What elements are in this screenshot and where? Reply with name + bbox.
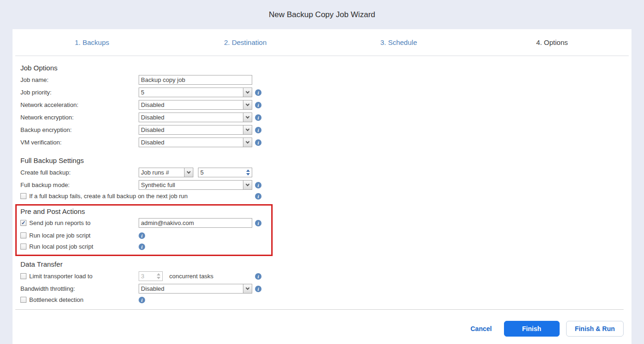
chevron-down-icon: [243, 138, 252, 147]
pre-script-row: Run local pre job script: [20, 232, 271, 239]
network-encryption-select[interactable]: Disabled: [139, 113, 252, 122]
full-backup-mode-row: Full backup mode: Synthetic full: [20, 180, 624, 190]
tab-backups[interactable]: 1. Backups: [15, 29, 169, 56]
job-name-row: Job name:: [20, 75, 624, 85]
backup-encryption-label: Backup encryption:: [20, 126, 139, 133]
bandwidth-throttling-select[interactable]: Disabled: [139, 284, 252, 294]
backup-encryption-select[interactable]: Disabled: [139, 125, 252, 135]
create-full-backup-row: Create full backup: Job runs # 5: [20, 168, 624, 177]
bandwidth-throttling-value: Disabled: [139, 285, 243, 292]
backup-encryption-value: Disabled: [139, 126, 243, 133]
job-options-heading: Job Options: [20, 64, 624, 72]
chevron-down-icon: [243, 181, 252, 189]
bandwidth-throttling-row: Bandwidth throttling: Disabled: [20, 284, 624, 294]
network-encryption-value: Disabled: [139, 114, 243, 121]
wizard-card: 1. Backups 2. Destination 3. Schedule 4.…: [13, 29, 631, 344]
job-priority-row: Job priority: 5: [20, 88, 624, 97]
create-full-backup-mode-select[interactable]: Job runs #: [139, 168, 193, 177]
bandwidth-throttling-label: Bandwidth throttling:: [20, 285, 139, 292]
bottleneck-detection-checkbox[interactable]: [20, 297, 26, 303]
vm-verification-select[interactable]: Disabled: [139, 138, 252, 147]
job-priority-select[interactable]: 5: [139, 88, 252, 97]
vm-verification-row: VM verification: Disabled: [20, 138, 624, 147]
info-icon[interactable]: [255, 102, 261, 108]
send-reports-row: Send job run reports to: [20, 218, 271, 228]
full-backup-count-spinner[interactable]: 5: [198, 168, 252, 177]
job-name-input[interactable]: [139, 75, 252, 85]
finish-and-run-button[interactable]: Finish & Run: [566, 321, 624, 337]
arrow-down-icon: [157, 277, 160, 279]
info-icon[interactable]: [139, 232, 145, 239]
wizard-steps: 1. Backups 2. Destination 3. Schedule 4.…: [15, 29, 629, 56]
network-acceleration-row: Network acceleration: Disabled: [20, 100, 624, 110]
chevron-down-icon: [243, 113, 252, 122]
info-icon[interactable]: [255, 220, 261, 226]
info-icon[interactable]: [255, 127, 261, 133]
up-down-arrow-icons[interactable]: [244, 168, 252, 177]
info-icon[interactable]: [255, 114, 261, 121]
send-reports-label: Send job run reports to: [29, 219, 90, 226]
info-icon[interactable]: [255, 89, 261, 96]
post-script-checkbox[interactable]: [20, 244, 26, 250]
limit-transporter-row: Limit transporter load to 3 concurrent t…: [20, 271, 624, 281]
cancel-button[interactable]: Cancel: [471, 325, 492, 332]
job-name-label: Job name:: [20, 76, 139, 83]
concurrent-tasks-suffix: concurrent tasks: [169, 273, 213, 280]
full-backup-mode-value: Synthetic full: [139, 181, 243, 188]
limit-transporter-checkbox[interactable]: [20, 273, 26, 279]
arrow-up-icon: [157, 273, 160, 275]
report-email-input[interactable]: [139, 218, 252, 228]
chevron-down-icon: [243, 284, 252, 293]
up-down-arrow-icons: [155, 272, 162, 281]
footer: Cancel Finish Finish & Run: [20, 310, 624, 337]
data-transfer-heading: Data Transfer: [20, 260, 624, 268]
options-form: Job Options Job name: Job priority: 5 Ne…: [13, 64, 631, 337]
chevron-down-icon: [184, 168, 193, 177]
chevron-down-icon: [243, 125, 252, 134]
network-encryption-row: Network encryption: Disabled: [20, 113, 624, 122]
full-backup-mode-select[interactable]: Synthetic full: [139, 180, 252, 190]
network-acceleration-select[interactable]: Disabled: [139, 100, 252, 110]
info-icon[interactable]: [255, 273, 261, 280]
network-encryption-label: Network encryption:: [20, 114, 139, 121]
pre-post-actions-highlight: Pre and Post Actions Send job run report…: [15, 204, 273, 256]
job-priority-label: Job priority:: [20, 89, 139, 96]
tab-options[interactable]: 4. Options: [475, 29, 629, 56]
full-backup-retry-checkbox[interactable]: [20, 193, 26, 199]
arrow-up-icon[interactable]: [246, 169, 250, 172]
tab-destination[interactable]: 2. Destination: [169, 29, 322, 56]
concurrent-tasks-value: 3: [139, 273, 155, 280]
job-priority-value: 5: [139, 89, 243, 96]
concurrent-tasks-spinner: 3: [139, 271, 163, 281]
create-full-backup-mode-value: Job runs #: [139, 169, 184, 176]
network-acceleration-value: Disabled: [139, 101, 243, 108]
full-backup-retry-row: If a full backup fails, create a full ba…: [20, 193, 624, 200]
vm-verification-label: VM verification:: [20, 139, 139, 146]
finish-button[interactable]: Finish: [504, 321, 560, 337]
pre-script-label: Run local pre job script: [29, 232, 90, 239]
pre-script-checkbox[interactable]: [20, 232, 26, 238]
create-full-backup-label: Create full backup:: [20, 169, 139, 176]
info-icon[interactable]: [139, 244, 145, 250]
info-icon[interactable]: [255, 182, 261, 188]
full-backup-retry-label: If a full backup fails, create a full ba…: [29, 193, 188, 200]
chevron-down-icon: [243, 100, 252, 109]
full-backup-count-value: 5: [198, 169, 244, 176]
arrow-down-icon[interactable]: [246, 173, 250, 175]
bottleneck-detection-row: Bottleneck detection: [20, 296, 624, 303]
bottleneck-detection-label: Bottleneck detection: [29, 296, 83, 303]
tab-schedule[interactable]: 3. Schedule: [322, 29, 476, 56]
info-icon[interactable]: [255, 193, 261, 200]
info-icon[interactable]: [139, 297, 145, 303]
info-icon[interactable]: [255, 139, 261, 146]
send-reports-checkbox[interactable]: [20, 220, 26, 226]
network-acceleration-label: Network acceleration:: [20, 101, 139, 108]
post-script-row: Run local post job script: [20, 243, 271, 250]
chevron-down-icon: [243, 88, 252, 97]
full-backup-settings-heading: Full Backup Settings: [20, 156, 624, 164]
post-script-label: Run local post job script: [29, 243, 93, 250]
full-backup-mode-label: Full backup mode:: [20, 181, 139, 188]
limit-transporter-label: Limit transporter load to: [29, 273, 93, 280]
pre-post-actions-heading: Pre and Post Actions: [20, 207, 271, 215]
info-icon[interactable]: [255, 286, 261, 292]
